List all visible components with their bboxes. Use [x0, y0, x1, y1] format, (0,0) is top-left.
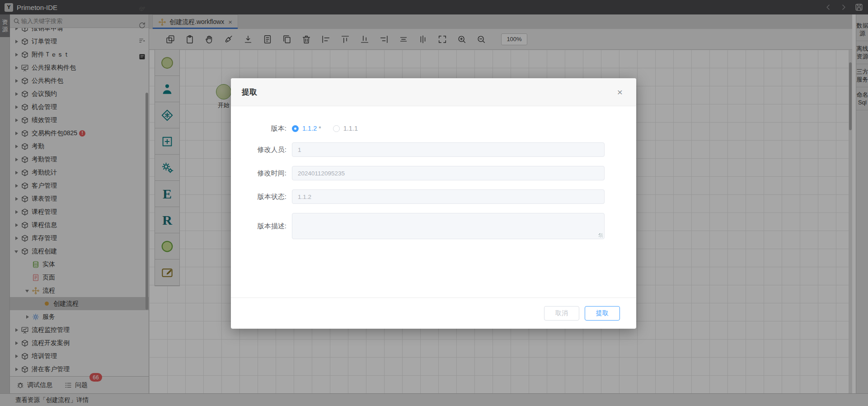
field-label: 版本描述:: [231, 222, 292, 231]
version-label: 版本:: [231, 124, 292, 133]
form-row: 版本描述:: [231, 213, 636, 239]
version-radio-1.1.2[interactable]: [292, 125, 299, 132]
resize-handle-icon[interactable]: [599, 233, 603, 237]
dialog-footer: 取消 提取: [231, 297, 636, 329]
input-value: 1: [298, 146, 301, 153]
cancel-button[interactable]: 取消: [544, 306, 579, 321]
field-label: 版本状态:: [231, 193, 292, 201]
dialog-title: 提取: [242, 87, 257, 97]
dialog-body: 版本: 1.1.2*1.1.1 修改人员: 1 修改时间: 2024011209…: [231, 106, 636, 297]
field-label: 修改时间:: [231, 169, 292, 178]
input-value: 20240112095235: [298, 170, 345, 177]
version-row: 版本: 1.1.2*1.1.1: [231, 123, 636, 133]
form-row: 修改人员: 1: [231, 142, 636, 157]
dialog-header: 提取 ×: [231, 78, 636, 106]
field-label: 修改人员:: [231, 146, 292, 154]
version-radio-1.1.1[interactable]: [333, 125, 340, 132]
app-window: Y Primeton-IDE 资源 AI 报销单申请订单管理附件Ｔｅｓｔ公共报表…: [0, 0, 868, 406]
extract-dialog: 提取 × 版本: 1.1.2*1.1.1 修改人员: 1 修改时间: 20240…: [231, 78, 636, 329]
version-radio-label[interactable]: 1.1.1: [343, 125, 358, 132]
input-value: 1.1.2: [298, 194, 311, 200]
version-radio-label[interactable]: 1.1.2: [302, 125, 317, 132]
form-row: 修改时间: 20240112095235: [231, 166, 636, 180]
form-row: 版本状态: 1.1.2: [231, 189, 636, 204]
field-版本状态:-input[interactable]: 1.1.2: [292, 189, 605, 204]
field-修改人员:-input[interactable]: 1: [292, 142, 605, 157]
current-version-marker: *: [319, 125, 321, 132]
extract-button[interactable]: 提取: [585, 306, 620, 321]
field-版本描述:-textarea[interactable]: [292, 213, 605, 239]
dialog-close-icon[interactable]: ×: [615, 87, 625, 98]
field-修改时间:-input[interactable]: 20240112095235: [292, 166, 605, 180]
version-radio-group: 1.1.2*1.1.1: [292, 125, 605, 132]
